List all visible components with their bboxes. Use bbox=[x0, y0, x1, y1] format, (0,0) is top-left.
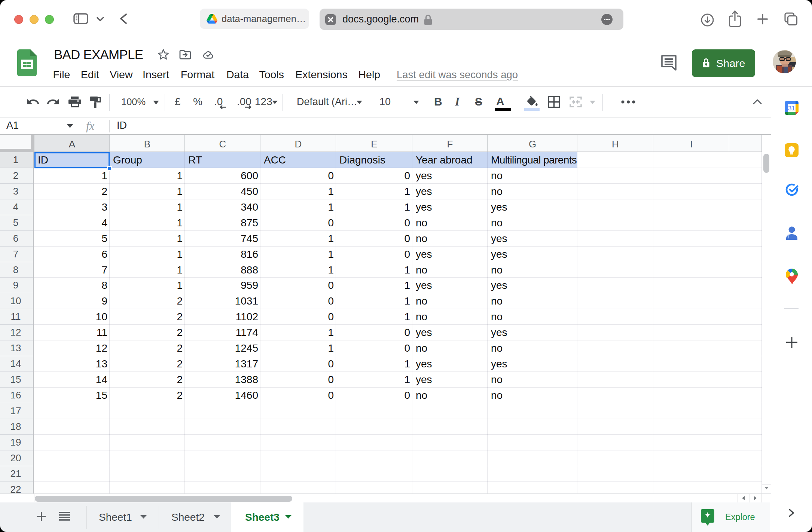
svg-text:31: 31 bbox=[788, 105, 795, 112]
